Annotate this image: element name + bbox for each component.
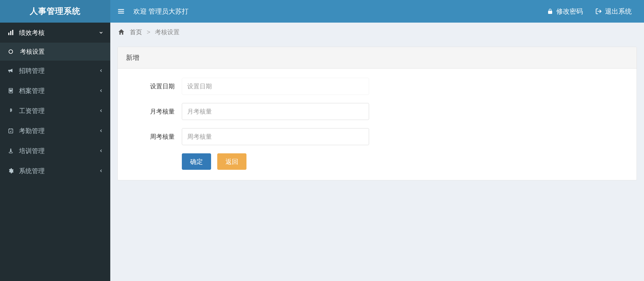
- sidebar-item-attendance[interactable]: 考勤管理: [0, 121, 110, 141]
- sidebar-item-label: 招聘管理: [19, 67, 98, 75]
- home-icon: [117, 28, 125, 36]
- sidebar-item-training[interactable]: 培训管理: [0, 141, 110, 161]
- gear-icon: [6, 168, 15, 174]
- circle-icon: [6, 49, 15, 54]
- sidebar-item-salary[interactable]: 工资管理: [0, 101, 110, 121]
- chevron-left-icon: [98, 88, 104, 93]
- sidebar-toggle-button[interactable]: [117, 8, 125, 15]
- calendar-check-icon: [6, 128, 15, 134]
- panel-body: 设置日期 月考核量 周考核量 确定 返回: [118, 69, 637, 180]
- sidebar-item-label: 档案管理: [19, 87, 98, 95]
- svg-rect-6: [12, 30, 13, 35]
- bitcoin-icon: [6, 108, 15, 114]
- logout-link[interactable]: 退出系统: [595, 7, 632, 16]
- breadcrumb-current: 考核设置: [155, 28, 180, 36]
- breadcrumb-home-link[interactable]: 首页: [130, 28, 142, 36]
- logout-label: 退出系统: [605, 7, 632, 16]
- chevron-down-icon: [98, 30, 104, 35]
- app-title: 人事管理系统: [30, 6, 81, 17]
- change-password-label: 修改密码: [556, 7, 583, 16]
- street-view-icon: [6, 148, 15, 154]
- file-word-icon: W: [6, 88, 15, 94]
- date-label: 设置日期: [128, 82, 182, 90]
- sidebar-subitem-label: 考核设置: [20, 48, 45, 56]
- week-input[interactable]: [182, 128, 369, 145]
- svg-text:W: W: [9, 89, 12, 92]
- lock-icon: [547, 8, 553, 14]
- back-button[interactable]: 返回: [217, 153, 246, 170]
- week-label: 周考核量: [128, 133, 182, 141]
- breadcrumb: 首页 > 考核设置: [110, 23, 644, 42]
- svg-point-7: [9, 50, 13, 54]
- svg-point-13: [10, 149, 12, 150]
- submenu-performance: 考核设置: [0, 43, 110, 61]
- sidebar-item-archive[interactable]: W 档案管理: [0, 81, 110, 101]
- app-logo: 人事管理系统: [0, 0, 110, 23]
- panel-title: 新增: [118, 47, 637, 69]
- form-panel: 新增 设置日期 月考核量 周考核量 确定 返回: [117, 47, 637, 180]
- change-password-link[interactable]: 修改密码: [547, 7, 583, 16]
- breadcrumb-separator: >: [147, 29, 150, 36]
- svg-rect-4: [8, 33, 9, 35]
- sidebar-item-label: 系统管理: [19, 167, 98, 175]
- chevron-left-icon: [98, 148, 104, 153]
- logout-icon: [595, 8, 602, 15]
- sidebar-item-label: 工资管理: [19, 107, 98, 115]
- sidebar-item-label: 培训管理: [19, 147, 98, 155]
- month-input[interactable]: [182, 103, 369, 120]
- chevron-left-icon: [98, 108, 104, 113]
- form-buttons: 确定 返回: [182, 153, 626, 170]
- sidebar-item-recruitment[interactable]: 招聘管理: [0, 61, 110, 81]
- sidebar-item-label: 考勤管理: [19, 127, 98, 135]
- svg-rect-10: [9, 129, 13, 133]
- navbar: 欢迎 管理员大苏打 修改密码 退出系统: [110, 0, 644, 23]
- sidebar-item-system[interactable]: 系统管理: [0, 161, 110, 181]
- nav-right: 修改密码 退出系统: [547, 7, 637, 16]
- month-label: 月考核量: [128, 107, 182, 116]
- welcome-text: 欢迎 管理员大苏打: [133, 7, 189, 16]
- bar-chart-icon: [6, 29, 15, 36]
- submit-button[interactable]: 确定: [182, 153, 211, 170]
- sidebar-menu: 绩效考核 考核设置 招聘管理 W: [0, 23, 110, 181]
- bullhorn-icon: [6, 67, 15, 74]
- sidebar: 绩效考核 考核设置 招聘管理 W: [0, 23, 110, 281]
- form-row-date: 设置日期: [128, 78, 626, 95]
- content-wrapper: 首页 > 考核设置 新增 设置日期 月考核量 周考核量 确定 返回: [110, 23, 644, 281]
- sidebar-subitem-assessment-settings[interactable]: 考核设置: [0, 43, 110, 61]
- sidebar-item-label: 绩效考核: [19, 29, 98, 37]
- chevron-left-icon: [98, 128, 104, 133]
- hamburger-icon: [117, 8, 125, 15]
- date-input[interactable]: [182, 78, 369, 95]
- form-row-week: 周考核量: [128, 128, 626, 145]
- svg-rect-5: [10, 31, 11, 35]
- top-header: 人事管理系统 欢迎 管理员大苏打 修改密码 退出系统: [0, 0, 644, 23]
- chevron-left-icon: [98, 68, 104, 73]
- chevron-left-icon: [98, 168, 104, 173]
- form-row-month: 月考核量: [128, 103, 626, 120]
- sidebar-item-performance[interactable]: 绩效考核: [0, 23, 110, 43]
- nav-left: 欢迎 管理员大苏打: [117, 7, 189, 16]
